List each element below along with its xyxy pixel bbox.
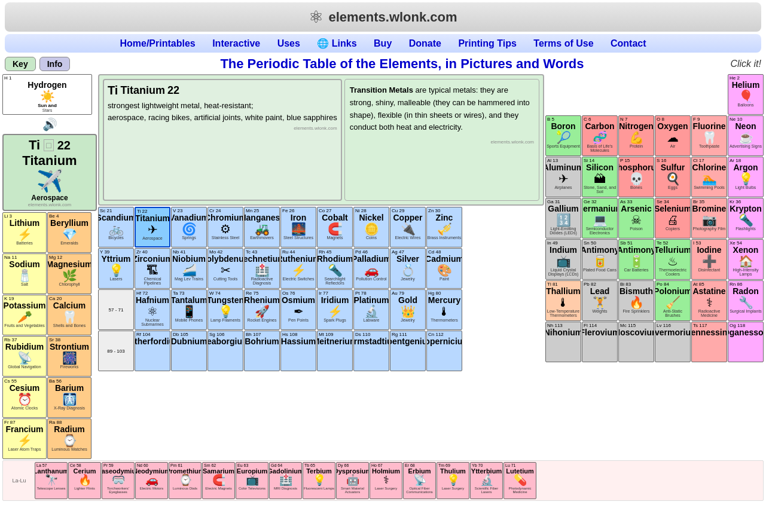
element-cu[interactable]: Cu 29 Copper 🔌 Electric Wires [390, 207, 426, 247]
element-fe[interactable]: Fe 26 Iron 🌉 Steel Structures [280, 207, 316, 247]
info-button[interactable]: Info [39, 57, 71, 71]
element-cn[interactable]: Cn 112 Copernicium [426, 331, 462, 371]
element-hg[interactable]: Hg 80 Mercury 🌡 Thermometers [426, 289, 462, 330]
element-in[interactable]: In 49 Indium 📺 Liquid Crystal Displays (… [545, 239, 581, 280]
element-pr[interactable]: Pr 59 Praseodymium 🥽 Torchworkers' Eyegl… [102, 462, 135, 499]
element-ta[interactable]: Ta 73 Tantalum 📱 Mobile Phones [171, 289, 207, 330]
element-hs[interactable]: Hs 108 Hassium [280, 331, 316, 371]
ti-card[interactable]: Ti □ 22 Titanium ✈️ Aerospace elements.w… [2, 134, 97, 211]
element-nd[interactable]: Nd 60 Neodymium 🚗 Electric Motors [135, 462, 168, 499]
element-sb[interactable]: Sb 51 Antimony 🔋 Car Batteries [618, 239, 654, 280]
element-ar[interactable]: Ar 18 Argon 💡 Light Bulbs [728, 157, 764, 197]
element-tb[interactable]: Tb 65 Terbium 💡 Fluorescent Lamps [303, 462, 335, 499]
element-rn[interactable]: Rn 86 Radon 🔧 Surgical Implants [728, 280, 764, 321]
element-yb[interactable]: Yb 70 Ytterbium 🔬 Scientific Fiber Laser… [470, 462, 503, 499]
element-os[interactable]: Os 76 Osmium ✒ Pen Points [280, 289, 316, 330]
element-mt[interactable]: Mt 109 Meitnerium [317, 331, 353, 371]
element-se[interactable]: Se 34 Selenium 🖨 Copiers [655, 198, 691, 239]
element-te[interactable]: Te 52 Tellurium ♨ Thermoelectric Coolers [655, 239, 691, 280]
element-ne[interactable]: Ne 10 Neon ☕ Advertising Signs [728, 115, 764, 156]
element-hydrogen[interactable]: H 1 Hydrogen ☀️ Sun and Stars [2, 74, 92, 115]
element-ts[interactable]: Ts 117 Tennessine [691, 322, 727, 362]
element-ge[interactable]: Ge 32 Germanium 💻 Semiconductor Electron… [582, 198, 618, 239]
element-sr[interactable]: Sr 38 Strontium 🎆 Fireworks [47, 336, 91, 377]
element-ru[interactable]: Ru 44 Ruthenium ⚡ Electric Switches [280, 248, 316, 289]
element-f[interactable]: F 9 Fluorine 🦷 Toothpaste [691, 115, 727, 156]
element-lanthanides-placeholder[interactable]: 57 - 71 [98, 289, 134, 330]
element-sc[interactable]: Sc 21 Scandium 🚲 Bicycles [98, 207, 134, 247]
element-cs[interactable]: Cs 55 Cesium ⏰ Atomic Clocks [2, 377, 47, 418]
element-c[interactable]: C 6 Carbon 🧬 Basis of Life's Molecules [582, 115, 618, 156]
element-mn[interactable]: Mn 25 Manganese 🚜 Earthmovers [244, 207, 280, 247]
element-po[interactable]: Po 84 Polonium 🧹 Anti-Static Brushes [655, 280, 691, 321]
element-kr[interactable]: Kr 36 Krypton 🔦 Flashlights [728, 198, 764, 239]
element-tc[interactable]: Tc 43 Technetium 🏥 Radioactive Diagnosis [244, 248, 280, 289]
element-ra[interactable]: Ra 88 Radium ⌚ Luminous Watches [47, 418, 91, 459]
element-s[interactable]: S 16 Sulfur 🍳 Eggs [655, 157, 691, 197]
element-eu[interactable]: Eu 63 Europium 📺 Color Televisions [236, 462, 268, 499]
nav-uses[interactable]: Uses [277, 38, 300, 48]
nav-contact[interactable]: Contact [611, 38, 646, 48]
element-re[interactable]: Re 75 Rhenium 🚀 Rocket Engines [244, 289, 280, 330]
key-button[interactable]: Key [5, 57, 36, 71]
element-pt[interactable]: Pt 78 Platinum 🔬 Labware [353, 289, 389, 330]
element-li[interactable]: Li 3 Lithium ⚡ Batteries [2, 212, 47, 253]
element-lv[interactable]: Lv 116 Livermorium [655, 322, 691, 362]
element-ag[interactable]: Ag 47 Silver 💍 Jewelry [390, 248, 426, 289]
element-zr[interactable]: Zr 40 Zirconium 🏗 Chemical Pipelines [135, 248, 170, 289]
nav-buy[interactable]: Buy [374, 38, 392, 48]
nav-printing[interactable]: Printing Tips [458, 38, 516, 48]
element-mc[interactable]: Mc 115 Moscovium [618, 322, 654, 362]
element-rb[interactable]: Rb 37 Rubidium 📡 Global Navigation [2, 336, 47, 377]
element-tm[interactable]: Tm 69 Thulium 💡 Laser Surgery [437, 462, 469, 499]
element-pb[interactable]: Pb 82 Lead 🏋 Weights [582, 280, 618, 321]
speaker-icon[interactable]: 🔊 [2, 117, 97, 132]
element-i[interactable]: I 53 Iodine ➕ Disinfectant [691, 239, 727, 280]
element-rg[interactable]: Rg 111 Roentgenium [390, 331, 426, 371]
element-er[interactable]: Er 68 Erbium 📡 Optical Fiber Communicati… [403, 462, 436, 499]
element-ga[interactable]: Ga 31 Gallium 🔢 Light-Emitting Diodes (L… [545, 198, 581, 239]
element-hf[interactable]: Hf 72 Hafnium ⚛ Nuclear Submarines [135, 289, 170, 330]
element-pm[interactable]: Pm 61 Promethium ⌚ Luminous Dials [169, 462, 202, 499]
nav-home[interactable]: Home/Printables [120, 38, 195, 48]
element-at[interactable]: At 85 Astatine ⚕ Radioactive Medicine [691, 280, 727, 321]
element-nb[interactable]: Nb 41 Niobium 🚄 Mag Lev Trains [171, 248, 207, 289]
element-rf[interactable]: Rf 104 Rutherfordium [135, 331, 170, 371]
nav-donate[interactable]: Donate [409, 38, 441, 48]
element-he[interactable]: He 2 Helium 🎈 Balloons [728, 74, 764, 115]
element-sn[interactable]: Sn 50 Antimony 🥫 Plated Food Cans [582, 239, 618, 280]
element-au[interactable]: Au 79 Gold 👑 Jewelry [390, 289, 426, 330]
element-sg[interactable]: Sg 106 Seaborgium [207, 331, 243, 371]
element-as[interactable]: As 33 Arsenic ☠ Poison [618, 198, 654, 239]
element-mg[interactable]: Mg 12 Magnesium 🌿 Chlorophyll [47, 253, 91, 294]
element-y[interactable]: Y 39 Yttrium 💡 Lasers [98, 248, 134, 289]
element-al[interactable]: Al 13 Aluminum ✈ Airplanes [545, 157, 581, 197]
element-mo[interactable]: Mo 42 Molybdenum ✂ Cutting Tools [207, 248, 243, 289]
element-zn[interactable]: Zn 30 Zinc 🎺 Brass Instruments [426, 207, 462, 247]
nav-interactive[interactable]: Interactive [212, 38, 260, 48]
element-o[interactable]: O 8 Oxygen ☁ Air [655, 115, 691, 156]
element-p[interactable]: P 15 Phosphorus 💀 Bones [618, 157, 654, 197]
element-ho[interactable]: Ho 67 Holmium ⚕ Laser Surgery [370, 462, 402, 499]
element-k[interactable]: K 19 Potassium 🥕 Fruits and Vegetables [2, 295, 47, 335]
element-bi[interactable]: Bi 83 Bismuth 🔥 Fire Sprinklers [618, 280, 654, 321]
element-ba[interactable]: Ba 56 Barium 🩻 X-Ray Diagnosis [47, 377, 91, 418]
element-bh[interactable]: Bh 107 Bohrium [244, 331, 280, 371]
element-ti2[interactable]: Ti 22 Titanium ✈ Aerospace [135, 207, 170, 247]
element-pd[interactable]: Pd 46 Palladium 🚗 Pollution Control [353, 248, 389, 289]
element-b[interactable]: B 5 Boron 🎾 Sports Equipment [545, 115, 581, 156]
element-lu[interactable]: Lu 71 Lutetium 💊 Photodynamic Medicine [503, 462, 536, 499]
element-co[interactable]: Co 27 Cobalt 🧲 Magnets [317, 207, 353, 247]
element-ir[interactable]: Ir 77 Iridium ⚡ Spark Plugs [317, 289, 353, 330]
element-n[interactable]: N 7 Nitrogen 💪 Protein [618, 115, 654, 156]
element-dy[interactable]: Dy 66 Dysprosium 🤖 Smart Material Actuat… [336, 462, 369, 499]
element-la[interactable]: La 57 Lanthanum 🔭 Telescope Lenses [35, 462, 68, 499]
element-sm[interactable]: Sm 62 Samarium 🧲 Electric Magnets [202, 462, 235, 499]
element-w[interactable]: W 74 Tungsten 💡 Lamp Filaments [207, 289, 243, 330]
element-actinides-placeholder[interactable]: 89 - 103 [98, 331, 134, 371]
element-cr[interactable]: Cr 24 Chromium ⚙ Stainless Steel [207, 207, 243, 247]
element-nh[interactable]: Nh 113 Nihonium [545, 322, 581, 362]
element-xe[interactable]: Xe 54 Xenon 🏠 High-Intensity Lamps [728, 239, 764, 280]
element-db[interactable]: Db 105 Dubnium [171, 331, 207, 371]
element-fr[interactable]: Fr 87 Francium ⚡ Laser Atom Traps [2, 418, 47, 459]
